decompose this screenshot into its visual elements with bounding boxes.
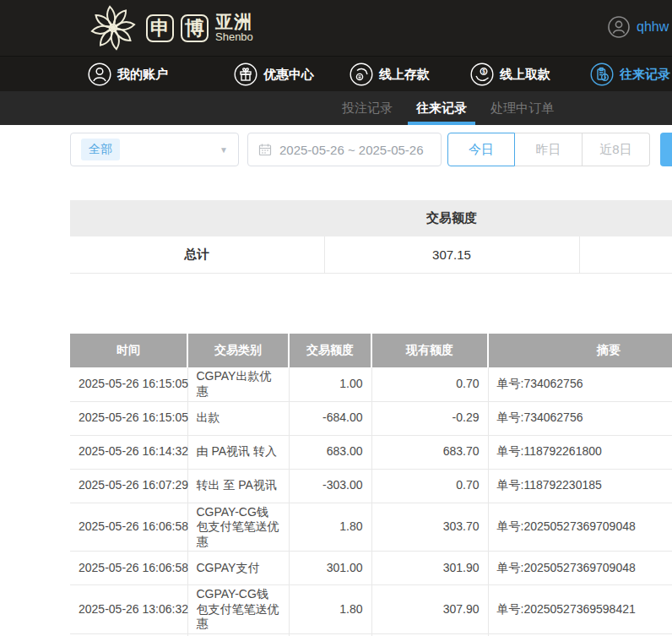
tab-pending-orders[interactable]: 处理中订单 [482,91,562,125]
tab-transaction-records[interactable]: 往来记录 [408,91,475,125]
user-avatar-icon [608,16,630,38]
table-row: 2025-05-26 16:15:05出款-684.00-0.29单号:7340… [70,401,672,435]
col-time: 时间 [70,334,187,367]
time-cell: 2025-05-26 13:06:32 [70,585,187,634]
amount-cell: -684.00 [289,401,371,435]
nav-label: 往来记录 [620,67,670,83]
nav-item-promotions[interactable]: 优惠中心 [234,57,314,92]
deposit-icon [350,63,373,86]
withdraw-icon: $ [470,63,494,86]
type-select[interactable]: 全部 ▼ [70,133,239,166]
summary-header-empty [579,200,672,236]
amount-cell: 301.00 [289,552,371,585]
balance-cell: -0.29 [371,401,488,435]
amount-cell: 1.80 [289,503,371,552]
nav-item-withdraw[interactable]: $ 线上取款 [470,57,550,92]
quick-date-buttons: 今日 昨日 近8日 [447,133,650,166]
calendar-icon [258,143,272,156]
type-cell: 出款 [187,401,289,435]
transactions-body: 2025-05-26 16:15:05CGPAY出款优惠1.000.70单号:7… [70,367,672,636]
chevron-down-icon: ▼ [219,145,228,155]
logo-subtitle: Shenbo [215,31,253,43]
date-range-picker[interactable]: 2025-05-26 ~ 2025-05-26 [247,133,442,166]
sub-nav: 投注记录 往来记录 处理中订单 [0,91,672,125]
amount-cell: 1.00 [289,367,371,401]
logo-region: 亚洲 [215,12,253,31]
summary-header-row: 交易额度 [70,200,672,236]
type-cell: CGPAY-CG钱包支付笔笔送优惠 [187,585,289,634]
nav-label: 优惠中心 [263,67,314,83]
top-header: 申 博 亚洲 Shenbo qhhw [0,0,672,56]
summary-cell: 单号:118792261800 [488,435,672,469]
balance-cell: 307.90 [371,585,488,634]
summary-total-value: 307.15 [324,236,579,273]
content: 全部 ▼ 2025-05-26 ~ 2025-05-26 今日 昨日 近8日 [0,125,672,636]
nav-label: 我的账户 [117,67,168,83]
col-summary: 摘要 [488,334,672,367]
balance-cell: 0.70 [371,367,488,401]
nav-item-my-account[interactable]: 我的账户 [88,57,168,92]
amount-cell: -303.00 [289,469,371,503]
gift-icon [234,63,257,86]
time-cell: 2025-05-26 16:15:05 [70,367,187,401]
table-row: 2025-05-26 16:15:05CGPAY出款优惠1.000.70单号:7… [70,367,672,401]
amount-cell: 683.00 [289,435,371,469]
date-range-value: 2025-05-26 ~ 2025-05-26 [279,143,424,157]
summary-cell: 单号:20250527369709048 [488,503,672,552]
flower-logo-icon [87,3,139,52]
nav-item-records[interactable]: 往来记录 [590,57,670,92]
search-button[interactable] [660,133,672,166]
summary-table: 交易额度 总计 307.15 [70,200,672,274]
summary-cell: 单号:118792230185 [488,469,672,503]
summary-empty-cell [579,236,672,273]
user-account[interactable]: qhhw [608,16,669,38]
balance-cell: 683.70 [371,435,488,469]
amount-cell: 1.80 [289,585,371,634]
type-cell: 转出 至 PA视讯 [187,469,289,503]
time-cell: 2025-05-26 16:14:32 [70,435,187,469]
tab-betting-records[interactable]: 投注记录 [333,91,401,125]
time-cell: 2025-05-26 16:07:29 [70,469,187,503]
svg-text:$: $ [482,68,485,75]
type-cell: CGPAY出款优惠 [187,367,289,401]
last-8-days-button[interactable]: 近8日 [583,133,650,166]
type-cell: CGPAY支付 [187,552,289,585]
summary-cell: 单号:734062756 [488,367,672,401]
type-cell: 由 PA视讯 转入 [187,435,289,469]
transactions-table: 时间 交易类别 交易额度 现有额度 摘要 2025-05-26 16:15:05… [70,334,672,636]
logo-char-shen: 申 [146,14,174,42]
summary-total-label: 总计 [70,236,324,273]
col-amount: 交易额度 [289,334,371,367]
time-cell: 2025-05-26 16:15:05 [70,401,187,435]
summary-header-amount: 交易额度 [324,200,579,236]
logo-text: 亚洲 Shenbo [215,12,253,43]
table-row: 2025-05-26 16:14:32由 PA视讯 转入683.00683.70… [70,435,672,469]
table-row: 2025-05-26 16:06:58CGPAY支付301.00301.90单号… [70,552,672,585]
time-cell: 2025-05-26 16:06:58 [70,552,187,585]
balance-cell: 0.70 [371,469,488,503]
records-icon [590,63,614,86]
main-nav: 我的账户 优惠中心 线上存款 [0,56,672,91]
time-cell: 2025-05-26 16:06:58 [70,503,187,552]
balance-cell: 301.90 [371,552,488,585]
username: qhhw [637,19,669,35]
col-balance: 现有额度 [371,334,488,367]
yesterday-button[interactable]: 昨日 [515,133,583,166]
type-cell: CGPAY-CG钱包支付笔笔送优惠 [187,503,289,552]
nav-item-deposit[interactable]: 线上存款 [350,57,430,92]
logo-char-bo: 博 [181,14,209,42]
summary-cell: 单号:20250527369709048 [488,552,672,585]
today-button[interactable]: 今日 [447,133,515,166]
table-row: 2025-05-26 16:06:58CGPAY-CG钱包支付笔笔送优惠1.80… [70,503,672,552]
nav-label: 线上存款 [379,67,430,83]
selected-type-chip: 全部 [81,139,120,160]
brand-logo: 申 博 亚洲 Shenbo [87,3,253,52]
summary-total-row: 总计 307.15 [70,236,672,273]
table-row: 2025-05-26 13:06:32CGPAY-CG钱包支付笔笔送优惠1.80… [70,585,672,634]
transactions-header-row: 时间 交易类别 交易额度 现有额度 摘要 [70,334,672,367]
summary-cell: 单号:734062756 [488,401,672,435]
col-type: 交易类别 [187,334,289,367]
nav-label: 线上取款 [500,67,550,83]
summary-cell: 单号:20250527369598421 [488,585,672,634]
table-row: 2025-05-26 16:07:29转出 至 PA视讯-303.000.70单… [70,469,672,503]
